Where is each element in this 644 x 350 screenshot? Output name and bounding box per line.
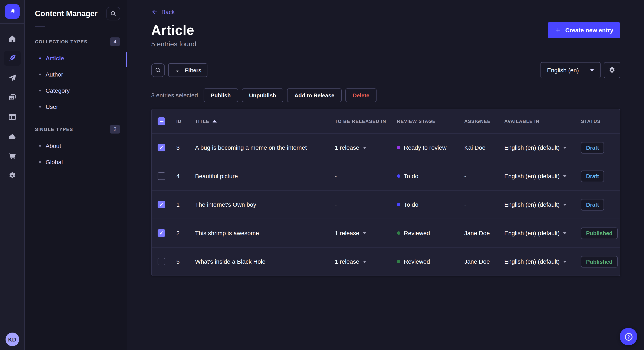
nav-marketplace-button[interactable] (0, 146, 24, 166)
paper-plane-icon (8, 74, 16, 82)
release-dropdown[interactable]: 1 release (330, 144, 393, 151)
single-types-section: SINGLE TYPES 2 About Global (25, 125, 127, 170)
chevron-down-icon (563, 203, 566, 206)
bullet-icon (39, 161, 41, 163)
sidebar-item-label: User (46, 103, 58, 110)
release-dropdown[interactable]: - (330, 201, 393, 208)
sidebar-item-global[interactable]: Global (25, 154, 127, 170)
sidebar-item-about[interactable]: About (25, 138, 127, 154)
strapi-logo[interactable] (5, 4, 20, 19)
plus-icon (554, 27, 561, 34)
avatar[interactable]: KD (5, 333, 19, 346)
sidebar-item-article[interactable]: Article (25, 50, 127, 66)
nav-releases-button[interactable] (0, 68, 24, 88)
cell-assignee: Kai Doe (460, 144, 500, 151)
delete-button[interactable]: Delete (346, 88, 376, 102)
bullet-icon (39, 57, 41, 59)
nav-settings-button[interactable] (0, 166, 24, 185)
chevron-down-icon (563, 232, 566, 234)
sidebar-item-author[interactable]: Author (25, 66, 127, 82)
cell-title: The internet's Own boy (191, 201, 330, 208)
create-new-entry-button[interactable]: Create new entry (548, 22, 620, 38)
available-in-dropdown[interactable]: English (en) (default) (500, 230, 577, 236)
sidebar-item-user[interactable]: User (25, 99, 127, 115)
list-search-button[interactable] (151, 63, 165, 77)
bullet-icon (39, 106, 41, 108)
unpublish-button[interactable]: Unpublish (242, 88, 283, 102)
col-review-stage: REVIEW STAGE (393, 119, 460, 124)
cell-title: What's inside a Black Hole (191, 258, 330, 265)
release-dropdown[interactable]: 1 release (330, 258, 393, 265)
available-in-dropdown[interactable]: English (en) (default) (500, 258, 577, 265)
stage-dot-icon (397, 260, 400, 263)
cell-id: 1 (172, 201, 191, 208)
nav-home-button[interactable] (0, 29, 24, 48)
col-assignee: ASSIGNEE (460, 119, 500, 124)
filters-button[interactable]: Filters (168, 63, 208, 77)
publish-button[interactable]: Publish (204, 88, 238, 102)
row-checkbox[interactable] (158, 172, 165, 180)
cell-id: 2 (172, 230, 191, 236)
col-title[interactable]: TITLE (191, 119, 330, 124)
row-checkbox[interactable] (158, 229, 165, 237)
locale-value: English (en) (547, 67, 579, 74)
sidebar-item-category[interactable]: Category (25, 82, 127, 99)
table-header-row: ID TITLE TO BE RELEASED IN REVIEW STAGE … (152, 109, 620, 133)
available-in-dropdown[interactable]: English (en) (default) (500, 144, 577, 151)
table-row[interactable]: 1 The internet's Own boy - To do - Engli… (152, 190, 620, 219)
arrow-left-icon (151, 8, 158, 15)
available-in-dropdown[interactable]: English (en) (default) (500, 173, 577, 179)
help-button[interactable]: ? (620, 328, 637, 345)
sidebar-item-label: Global (46, 159, 63, 166)
cell-review-stage: Reviewed (393, 258, 460, 265)
chevron-down-icon (563, 147, 566, 149)
view-settings-button[interactable] (604, 62, 620, 78)
bullet-icon (39, 90, 41, 91)
nav-content-manager-button[interactable] (0, 48, 24, 68)
table-row[interactable]: 4 Beautiful picture - To do - English (e… (152, 162, 620, 190)
available-in-dropdown[interactable]: English (en) (default) (500, 201, 577, 208)
row-checkbox[interactable] (158, 258, 165, 265)
status-badge: Draft (581, 142, 604, 153)
release-dropdown[interactable]: 1 release (330, 230, 393, 236)
table-row[interactable]: 3 A bug is becoming a meme on the intern… (152, 133, 620, 162)
main-nav-rail: KD (0, 0, 25, 350)
col-status: STATUS (577, 119, 620, 124)
selection-count: 3 entries selected (151, 92, 198, 99)
status-badge: Draft (581, 199, 604, 210)
single-types-label: SINGLE TYPES (35, 127, 73, 132)
collection-types-count-badge: 4 (110, 37, 120, 46)
stage-dot-icon (397, 146, 400, 149)
chevron-down-icon (363, 260, 366, 263)
cell-review-stage: To do (393, 201, 460, 208)
chevron-down-icon (363, 147, 366, 149)
add-to-release-button[interactable]: Add to Release (287, 88, 342, 102)
row-checkbox[interactable] (158, 144, 165, 151)
shopping-cart-icon (8, 152, 16, 160)
stage-dot-icon (397, 231, 400, 235)
search-icon (154, 67, 162, 74)
status-badge: Published (581, 227, 618, 239)
locale-select[interactable]: English (en) (541, 62, 600, 78)
release-dropdown[interactable]: - (330, 173, 393, 179)
nav-media-library-button[interactable] (0, 88, 24, 107)
rail-bottom: KD (0, 328, 24, 350)
back-link[interactable]: Back (151, 8, 175, 15)
subnav-search-button[interactable] (106, 7, 120, 20)
collection-types-section: COLLECTION TYPES 4 Article Author Catego… (25, 37, 127, 115)
chevron-down-icon (563, 175, 566, 177)
row-checkbox[interactable] (158, 201, 165, 208)
collection-types-label: COLLECTION TYPES (35, 39, 88, 44)
table-row[interactable]: 5 What's inside a Black Hole 1 release R… (152, 247, 620, 276)
select-all-checkbox[interactable] (158, 117, 165, 125)
cell-review-stage: Ready to review (393, 144, 460, 151)
cell-title: This shrimp is awesome (191, 230, 330, 236)
col-available-in: AVAILABLE IN (500, 119, 577, 124)
nav-cloud-button[interactable] (0, 127, 24, 146)
cloud-icon (8, 132, 16, 141)
col-id[interactable]: ID (172, 119, 191, 124)
feather-icon (8, 54, 16, 62)
table-row[interactable]: 2 This shrimp is awesome 1 release Revie… (152, 219, 620, 247)
nav-content-type-builder-button[interactable] (0, 107, 24, 127)
subnav-title-divider (35, 26, 45, 27)
